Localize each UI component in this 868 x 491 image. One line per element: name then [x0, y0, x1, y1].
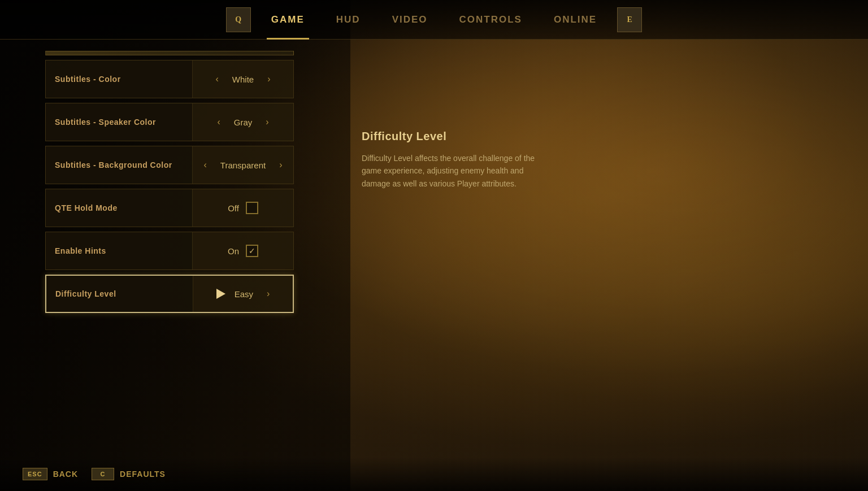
- setting-label-qte-hold-mode: QTE Hold Mode: [46, 189, 193, 227]
- bottom-bar: ESC Back C Defaults: [0, 457, 868, 491]
- left-nav-icon: Q: [226, 7, 251, 32]
- tab-controls[interactable]: CONTROLS: [444, 0, 538, 40]
- setting-value-enable-hints: On ✓: [193, 232, 293, 270]
- cursor-arrow-icon: [216, 289, 225, 299]
- setting-label-subtitles-bg-color: Subtitles - Background Color: [46, 146, 193, 184]
- scroll-top-indicator: [45, 51, 294, 55]
- tab-game[interactable]: GAME: [255, 0, 320, 40]
- enable-hints-checkbox-group: On ✓: [228, 245, 258, 257]
- info-panel: Difficulty Level Difficulty Level affect…: [339, 40, 868, 491]
- enable-hints-checkbox[interactable]: ✓: [246, 245, 258, 257]
- setting-label-subtitles-color: Subtitles - Color: [46, 60, 193, 98]
- setting-value-subtitles-speaker-color: ‹ Gray ›: [193, 103, 293, 141]
- back-action[interactable]: ESC Back: [23, 468, 78, 480]
- setting-row-difficulty-level[interactable]: Difficulty Level Easy ›: [45, 275, 294, 313]
- setting-value-subtitles-color: ‹ White ›: [193, 60, 293, 98]
- qte-hold-mode-checkbox[interactable]: [246, 202, 258, 214]
- back-key-badge: ESC: [23, 468, 47, 480]
- settings-list: Subtitles - Color ‹ White › Subtitles - …: [45, 60, 294, 313]
- setting-label-difficulty-level: Difficulty Level: [46, 276, 193, 312]
- right-nav-icon: E: [617, 7, 642, 32]
- info-description: Difficulty Level affects the overall cha…: [362, 152, 554, 190]
- defaults-label: Defaults: [120, 470, 166, 479]
- defaults-action[interactable]: C Defaults: [92, 468, 166, 480]
- setting-row-enable-hints[interactable]: Enable Hints On ✓: [45, 232, 294, 270]
- setting-value-difficulty-level: Easy ›: [193, 276, 293, 312]
- subtitles-color-next[interactable]: ›: [263, 72, 275, 86]
- settings-panel: Subtitles - Color ‹ White › Subtitles - …: [0, 40, 339, 491]
- setting-label-subtitles-speaker-color: Subtitles - Speaker Color: [46, 103, 193, 141]
- subtitles-color-prev[interactable]: ‹: [211, 72, 223, 86]
- subtitles-speaker-color-next[interactable]: ›: [261, 115, 273, 129]
- setting-label-enable-hints: Enable Hints: [46, 232, 193, 270]
- setting-row-qte-hold-mode[interactable]: QTE Hold Mode Off: [45, 189, 294, 227]
- difficulty-level-next[interactable]: ›: [262, 286, 274, 301]
- qte-hold-mode-checkbox-group: Off: [228, 202, 258, 214]
- back-label: Back: [53, 470, 78, 479]
- subtitles-bg-color-next[interactable]: ›: [275, 158, 287, 172]
- setting-row-subtitles-bg-color[interactable]: Subtitles - Background Color ‹ Transpare…: [45, 146, 294, 184]
- defaults-key-badge: C: [92, 468, 114, 480]
- subtitles-speaker-color-prev[interactable]: ‹: [212, 115, 224, 129]
- setting-row-subtitles-color[interactable]: Subtitles - Color ‹ White ›: [45, 60, 294, 98]
- tab-hud[interactable]: HUD: [320, 0, 376, 40]
- setting-value-subtitles-bg-color: ‹ Transparent ›: [193, 146, 293, 184]
- top-navigation: Q GAME HUD VIDEO CONTROLS ONLINE E: [0, 0, 868, 40]
- subtitles-bg-color-prev[interactable]: ‹: [199, 158, 211, 172]
- setting-row-subtitles-speaker-color[interactable]: Subtitles - Speaker Color ‹ Gray ›: [45, 103, 294, 141]
- tab-video[interactable]: VIDEO: [376, 0, 444, 40]
- tab-online[interactable]: ONLINE: [538, 0, 613, 40]
- setting-value-qte-hold-mode: Off: [193, 189, 293, 227]
- info-title: Difficulty Level: [362, 130, 845, 143]
